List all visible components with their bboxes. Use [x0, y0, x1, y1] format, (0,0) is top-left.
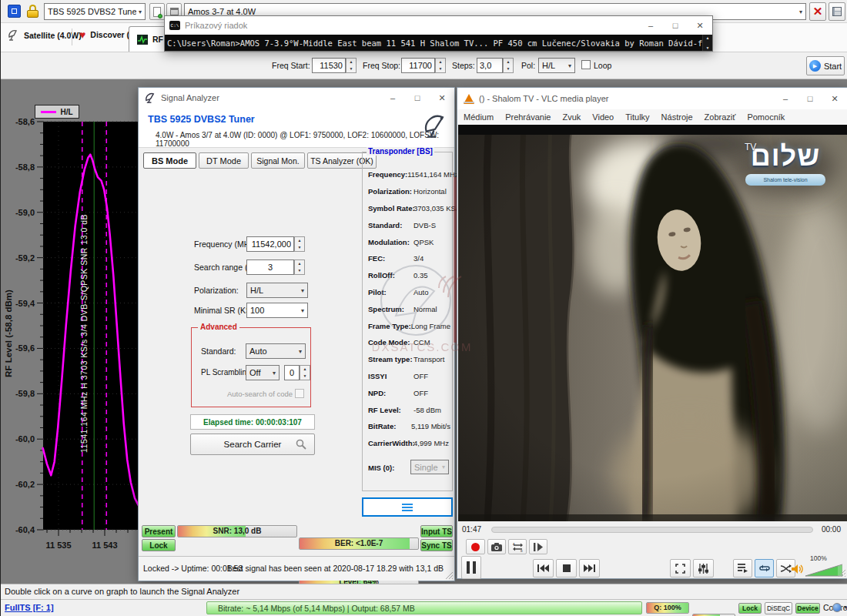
vlc-window: () - Shalom TV - VLC media player – □ ✕ … — [457, 87, 847, 579]
speaker-icon[interactable] — [792, 564, 804, 574]
start-button[interactable]: ▶ Start — [806, 56, 845, 75]
scan-control-row: Freq Start: ▲▼ Freq Stop: ▲▼ Steps: ▲▼ P… — [1, 52, 847, 79]
tab-dt-mode[interactable]: DT Mode — [199, 152, 249, 169]
lock-status-button[interactable]: Lock — [738, 603, 762, 614]
svg-text:11 543: 11 543 — [92, 541, 117, 550]
legend-line — [41, 111, 56, 113]
svg-text:-59,8: -59,8 — [15, 389, 35, 398]
frequency-input[interactable] — [246, 236, 294, 252]
next-button[interactable] — [579, 559, 600, 578]
freq-start-input[interactable] — [312, 58, 346, 73]
menu-item[interactable]: Video — [592, 112, 614, 122]
chevron-down-icon: ▾ — [299, 348, 302, 355]
tab-bs-mode[interactable]: BS Mode — [143, 152, 196, 169]
maximize-button[interactable]: □ — [798, 88, 822, 109]
steps-input[interactable] — [477, 58, 503, 73]
menu-item[interactable]: Prehrávanie — [505, 112, 551, 122]
stop-button[interactable] — [556, 559, 577, 578]
equalizer-icon — [698, 564, 708, 574]
playlist-button[interactable] — [733, 559, 752, 578]
resize-grip[interactable] — [838, 569, 845, 577]
playlist-icon — [738, 564, 748, 573]
menu-item[interactable]: Pomocník — [747, 112, 785, 122]
transponder-row: Modulation: QPSK — [368, 233, 450, 250]
delete-button[interactable]: ✕ — [809, 2, 826, 21]
scroll-up-icon[interactable]: ▲ — [706, 35, 710, 41]
pl-scrambling-select[interactable]: Off▾ — [246, 365, 280, 380]
scroll-down-icon[interactable]: ▼ — [706, 45, 710, 51]
snapshot-button[interactable] — [487, 539, 506, 554]
maximize-button[interactable]: □ — [405, 88, 430, 108]
minimize-button[interactable]: – — [638, 16, 663, 35]
transponder-row: RF Level: -58 dBm — [368, 401, 450, 418]
tab-signal-mon[interactable]: Signal Mon. — [251, 152, 305, 169]
equalizer-button[interactable] — [693, 559, 714, 578]
pl-code-spinner[interactable]: ▲▼ — [300, 365, 310, 380]
frequency-spinner[interactable]: ▲▼ — [294, 236, 305, 252]
vlc-titlebar[interactable]: () - Shalom TV - VLC media player – □ ✕ — [457, 88, 847, 109]
menu-item[interactable]: Zobraziť — [705, 112, 736, 122]
time-elapsed: 01:47 — [462, 525, 481, 534]
save-button[interactable] — [829, 2, 845, 21]
svg-text:-59,4: -59,4 — [15, 299, 35, 308]
record-button[interactable] — [466, 539, 485, 554]
pol-select[interactable]: H/L▾ — [538, 58, 575, 73]
minimal-sr-select[interactable]: 100▾ — [246, 303, 308, 318]
menu-item[interactable]: Nástroje — [661, 112, 693, 122]
freq-stop-input[interactable] — [401, 58, 435, 73]
bitrate-bar: Bitrate: ~ 5,14 Mbps (of 5,14 Mbps) | Ou… — [206, 601, 642, 614]
maximize-button[interactable]: □ — [663, 16, 688, 35]
video-area[interactable]: TV שלום Shalom tele-vision — [458, 125, 847, 521]
loop-button[interactable] — [755, 559, 774, 578]
new-profile-button[interactable] — [149, 3, 165, 20]
pl-code-input[interactable] — [284, 365, 300, 380]
menu-item[interactable]: Médium — [464, 112, 494, 122]
previous-button[interactable] — [533, 559, 554, 578]
console-text: C:\Users\Roman>AMOS 7-3.9°W-Middle East … — [165, 38, 702, 48]
device-button[interactable]: Device — [795, 603, 820, 614]
console-window: C:\ Príkazový riadok – □ ✕ C:\Users\Roma… — [164, 15, 713, 52]
transponder-row: BitRate: 5,119 Mbit/s — [368, 418, 450, 435]
ts-list-button[interactable] — [362, 497, 453, 517]
minimize-button[interactable]: – — [773, 88, 798, 109]
tuner-select[interactable]: TBS 5925 DVBS2 Tuner▾ — [44, 3, 146, 20]
steps-spinner[interactable]: ▲▼ — [503, 58, 514, 73]
close-button[interactable]: ✕ — [688, 16, 712, 35]
menu-item[interactable]: Titulky — [625, 112, 649, 122]
control-dropdown-icon[interactable]: ▼ — [843, 605, 847, 610]
minimize-button[interactable]: – — [380, 88, 405, 108]
logo-banner: Shalom tele-vision — [745, 174, 825, 186]
console-titlebar[interactable]: C:\ Príkazový riadok – □ ✕ — [165, 16, 712, 35]
hint-bar: Double click on a curve on graph to laun… — [1, 584, 847, 599]
standard-select[interactable]: Auto▾ — [246, 343, 306, 359]
resize-grip[interactable] — [445, 571, 453, 579]
frame-step-button[interactable] — [529, 539, 547, 554]
search-carrier-button[interactable]: Search Carrier — [190, 434, 315, 455]
freq-stop-spinner[interactable]: ▲▼ — [435, 58, 446, 73]
menu-item[interactable]: Zvuk — [562, 112, 581, 122]
ab-loop-button[interactable]: AB — [508, 539, 527, 554]
seek-bar[interactable] — [491, 527, 813, 533]
close-button[interactable]: ✕ — [430, 88, 454, 108]
close-button[interactable]: ✕ — [822, 88, 847, 109]
console-scrollbar[interactable]: ▲ ▼ — [702, 35, 712, 51]
search-range-spinner[interactable]: ▲▼ — [294, 259, 305, 275]
freq-start-spinner[interactable]: ▲▼ — [346, 58, 357, 73]
tab-satellite[interactable]: Satellite (4.0W) — [7, 29, 82, 42]
mis-select[interactable]: Single▾ — [410, 460, 449, 474]
diseqc-button[interactable]: DiSEqC — [765, 602, 792, 614]
pause-button[interactable] — [461, 556, 481, 579]
analyzer-titlebar[interactable]: Signal Analyzer – □ ✕ — [139, 88, 454, 108]
lock-indicator: Lock — [142, 539, 176, 551]
auto-search-checkbox[interactable] — [295, 389, 304, 398]
control-menu-button[interactable] — [832, 603, 842, 612]
console-body[interactable]: C:\Users\Roman>AMOS 7-3.9°W-Middle East … — [165, 35, 712, 51]
search-range-input[interactable] — [246, 259, 294, 275]
loop-checkbox[interactable] — [581, 60, 591, 69]
volume-slider[interactable] — [805, 564, 842, 577]
auto-search-label: Auto-search of code — [227, 390, 293, 398]
polarization-select[interactable]: H/L▾ — [246, 283, 308, 298]
fullts-link[interactable]: FullTS [F: 1] — [5, 603, 54, 612]
chevron-down-icon: ▾ — [139, 8, 142, 15]
fullscreen-button[interactable] — [670, 559, 691, 578]
